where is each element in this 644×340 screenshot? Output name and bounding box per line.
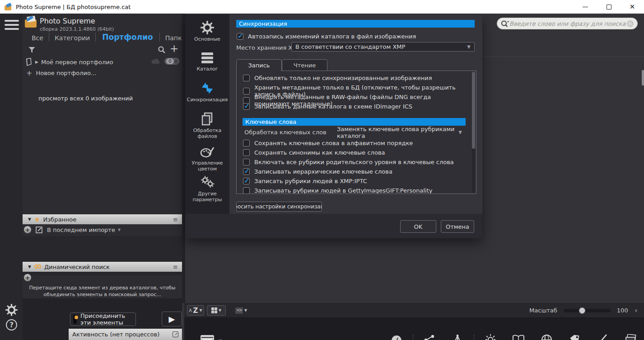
join-elements-button[interactable]: Присоединить эти элементы (70, 312, 136, 326)
scrollbar[interactable] (472, 72, 475, 193)
option-row[interactable]: Включать все рубрики родительского уровн… (243, 159, 464, 165)
option-row[interactable]: Обновлять только не синхронизированные и… (243, 75, 464, 81)
basket-control[interactable]: 0 ▼ Корзинка (197, 334, 238, 340)
sort-button[interactable]: AZ▼ (187, 305, 204, 316)
cancel-button[interactable]: Отмена (441, 220, 474, 233)
embed-options-button[interactable]: <>▼ (231, 305, 251, 316)
settings-gear-icon[interactable] (5, 304, 18, 316)
scrollbar-thumb[interactable] (472, 72, 475, 149)
favorites-item-row[interactable]: + В последнем импорте ▼ (24, 226, 121, 233)
right-panel-grip[interactable] (642, 70, 644, 85)
gear-icon (185, 21, 229, 34)
tool-compare[interactable]: Сравнить (476, 333, 504, 340)
checkbox[interactable] (243, 140, 250, 146)
collapse-arrow-icon[interactable]: ▼ (28, 217, 31, 222)
expand-arrow-icon[interactable]: ▶ (35, 60, 38, 64)
new-portfolio-label: Новое портфолио... (36, 70, 96, 76)
checkbox[interactable] (243, 178, 250, 184)
filter-icon[interactable] (28, 46, 36, 54)
option-row[interactable]: Записывать данные каталога в схеме IDima… (243, 103, 464, 110)
tab-categories[interactable]: Категории (49, 33, 95, 42)
checkbox[interactable] (243, 75, 250, 81)
collapse-arrow-icon[interactable]: ▼ (28, 264, 31, 269)
add-search-element-icon[interactable]: + (24, 274, 31, 281)
view-mode-button[interactable]: ▼ (207, 305, 226, 316)
panel-splitter[interactable] (182, 14, 185, 303)
autosave-option[interactable]: Автозапись изменений каталога в файл изо… (237, 33, 471, 40)
nav-other[interactable]: Другие параметры (185, 175, 229, 203)
nav-catalog[interactable]: Каталог (185, 52, 229, 72)
tool-view[interactable]: Просмотр (616, 333, 644, 340)
activity-bar[interactable]: Активность (нет процессов) (69, 329, 182, 340)
drag-hint-text: Перетащите сюда элемент из дерева катало… (27, 285, 177, 298)
tool-send[interactable]: Отправка (415, 333, 443, 340)
app-name: Photo Supreme (40, 17, 95, 25)
search-bar[interactable]: ✕ (497, 18, 638, 29)
search-tree-icon[interactable] (158, 46, 166, 54)
xmp-storage-select[interactable]: В соответствии со стандартом XMP ▼ (291, 42, 475, 52)
search-input[interactable] (509, 20, 627, 27)
option-row[interactable]: Сохранять синонимы как ключевые слова (243, 149, 464, 156)
section-menu-icon[interactable]: ≡ (173, 264, 178, 270)
minimize-button[interactable] (574, 0, 597, 14)
actions-row: 0 ▼ Корзинка i Инфо (184, 318, 644, 340)
nav-general[interactable]: Основные (185, 21, 229, 42)
chevron-down-icon[interactable]: ∨ (635, 308, 638, 313)
checkbox[interactable] (237, 33, 243, 40)
help-icon[interactable]: ? (6, 319, 17, 331)
add-favorite-icon[interactable]: + (24, 226, 31, 233)
zoom-slider[interactable] (564, 309, 611, 312)
tool-batch[interactable]: Пакет (443, 333, 471, 340)
section-menu-icon[interactable]: ≡ (173, 216, 178, 223)
option-row[interactable]: Записать рубрики людей в XMP:IPTC (243, 178, 464, 184)
checkbox[interactable] (243, 187, 250, 194)
checkbox[interactable] (243, 159, 250, 165)
option-label: Сохранять синонимы как ключевые слова (254, 149, 385, 156)
view-all-link[interactable]: просмотр всех 0 изображений (38, 95, 133, 102)
option-row[interactable]: Записывать рубрики людей в GettyImagesGI… (243, 187, 464, 194)
run-search-button[interactable]: ▶ (162, 312, 182, 326)
zoom-slider-thumb[interactable] (579, 307, 585, 314)
tool-labels[interactable]: Рубрики (560, 333, 588, 340)
tool-edit[interactable]: Правка (588, 333, 616, 340)
close-button[interactable]: ✕ (621, 0, 644, 14)
favorites-header[interactable]: ▼ ★ Избранное ≡ (23, 214, 182, 224)
tool-geotag[interactable]: Геотег (532, 333, 560, 340)
nav-color-management-label: Управление цветом (185, 160, 229, 172)
dynamic-search-header[interactable]: ▼ Динамический поиск ≡ (23, 262, 182, 272)
clear-search-icon[interactable]: ✕ (627, 20, 634, 27)
tab-read[interactable]: Чтение (282, 59, 327, 71)
tab-portfolio[interactable]: Портфолио (96, 33, 159, 42)
expand-panel-icon[interactable] (173, 331, 178, 337)
documents-icon (185, 112, 229, 126)
checkbox[interactable] (243, 168, 250, 175)
nav-file-handling[interactable]: Обработка файлов (185, 112, 229, 139)
add-portfolio-icon[interactable]: + (170, 42, 178, 54)
new-portfolio-item[interactable]: + Новое портфолио... (26, 69, 96, 77)
nav-color-management[interactable]: Управление цветом (185, 146, 229, 172)
nav-sync[interactable]: Синхронизация (185, 81, 229, 103)
edit-icon[interactable] (36, 227, 42, 233)
option-row[interactable]: Записывать иерархические ключевые слова (243, 168, 464, 175)
tab-write[interactable]: Запись (236, 59, 282, 71)
ok-button[interactable]: OK (400, 220, 436, 233)
basket-icon[interactable]: 0 (201, 335, 214, 340)
keyword-handling-row[interactable]: Обработка ключевых слов Заменять ключевы… (244, 129, 470, 136)
menu-button[interactable] (5, 20, 19, 32)
tool-info[interactable]: i Инфо (383, 333, 411, 340)
dropdown-arrow-icon[interactable]: ▼ (118, 228, 121, 232)
zoom-label: Масштаб (529, 307, 557, 314)
option-row[interactable]: Сохранять ключевые слова в алфавитном по… (243, 140, 464, 146)
tab-all[interactable]: Все (26, 33, 49, 42)
sync-tabs: Запись Чтение (236, 59, 327, 71)
sync-count-toggle[interactable]: 0 (164, 58, 179, 65)
checkbox[interactable] (243, 103, 250, 110)
reset-sync-button[interactable]: Сбросить настройки синхронизации (236, 202, 322, 212)
star-icon: ★ (34, 216, 40, 223)
chevron-down-icon: ▼ (467, 44, 471, 49)
portfolio-tree-item[interactable]: ▶ Моё первое портфолио 0 (23, 57, 182, 67)
checkbox[interactable] (243, 149, 250, 156)
tool-details[interactable]: Детали (504, 333, 532, 340)
maximize-button[interactable] (597, 0, 621, 14)
search-icon[interactable] (501, 20, 509, 28)
